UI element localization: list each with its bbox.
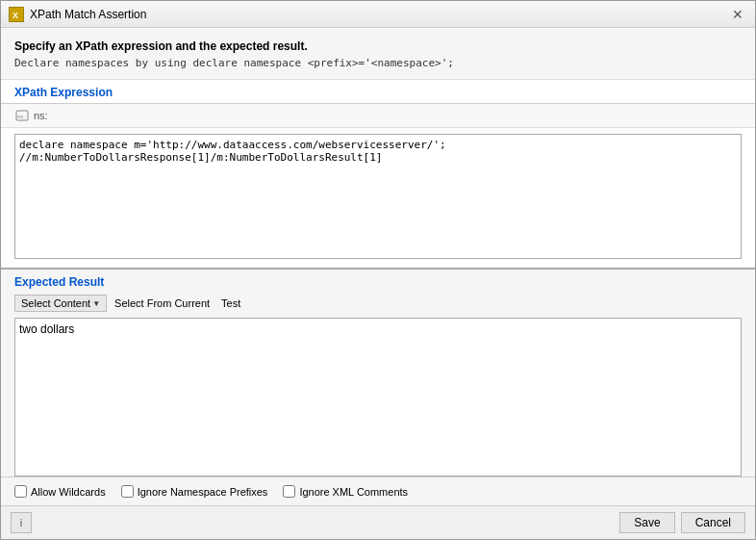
info-button[interactable]: i xyxy=(11,512,32,533)
ignore-xml-comments-checkbox[interactable] xyxy=(283,485,295,498)
allow-wildcards-checkbox[interactable] xyxy=(14,485,27,498)
ignore-namespace-label: Ignore Namespace Prefixes xyxy=(138,486,268,498)
allow-wildcards-label: Allow Wildcards xyxy=(31,486,106,498)
footer-left: i xyxy=(11,512,32,533)
dialog-title: XPath Match Assertion xyxy=(30,8,146,21)
title-bar: X XPath Match Assertion ✕ xyxy=(1,1,755,28)
close-button[interactable]: ✕ xyxy=(728,5,747,24)
expected-section: Expected Result Select Content ▼ Select … xyxy=(1,270,755,476)
svg-text:ns: ns xyxy=(17,114,23,119)
xpath-match-assertion-dialog: X XPath Match Assertion ✕ Specify an XPa… xyxy=(0,0,756,540)
expected-result-input[interactable] xyxy=(14,318,742,476)
select-content-button[interactable]: Select Content ▼ xyxy=(14,295,107,312)
ignore-namespace-checkbox[interactable] xyxy=(121,485,134,498)
xpath-section-label: XPath Expression xyxy=(1,80,755,104)
header-title: Specify an XPath expression and the expe… xyxy=(14,39,742,53)
footer: i Save Cancel xyxy=(1,505,755,539)
header-section: Specify an XPath expression and the expe… xyxy=(1,28,755,80)
allow-wildcards-checkbox-item[interactable]: Allow Wildcards xyxy=(14,485,106,498)
checkboxes-section: Allow Wildcards Ignore Namespace Prefixe… xyxy=(1,476,755,505)
expected-section-label: Expected Result xyxy=(1,270,755,293)
svg-text:X: X xyxy=(13,11,18,20)
dialog-body: Specify an XPath expression and the expe… xyxy=(1,28,755,539)
footer-right: Save Cancel xyxy=(619,512,745,533)
ignore-xml-comments-label: Ignore XML Comments xyxy=(299,486,408,498)
save-button[interactable]: Save xyxy=(619,512,674,533)
xpath-expression-input[interactable] xyxy=(14,134,742,259)
info-icon: i xyxy=(20,517,22,528)
header-description: Declare namespaces by using declare name… xyxy=(14,57,742,69)
dialog-icon: X xyxy=(9,7,24,22)
ignore-xml-comments-checkbox-item[interactable]: Ignore XML Comments xyxy=(283,485,408,498)
cancel-button[interactable]: Cancel xyxy=(681,512,745,533)
dropdown-arrow-icon: ▼ xyxy=(92,299,100,308)
expected-toolbar: Select Content ▼ Select From Current Tes… xyxy=(1,293,755,318)
select-content-label: Select Content xyxy=(21,297,90,309)
xpath-section: XPath Expression ns ns: xyxy=(1,80,755,270)
title-bar-left: X XPath Match Assertion xyxy=(9,7,146,22)
ns-label: ns: xyxy=(34,110,48,121)
ignore-namespace-checkbox-item[interactable]: Ignore Namespace Prefixes xyxy=(121,485,268,498)
namespace-icon: ns xyxy=(14,108,30,123)
test-button[interactable]: Test xyxy=(217,296,244,311)
select-from-current-button[interactable]: Select From Current xyxy=(111,296,214,311)
namespace-row: ns ns: xyxy=(1,104,755,128)
